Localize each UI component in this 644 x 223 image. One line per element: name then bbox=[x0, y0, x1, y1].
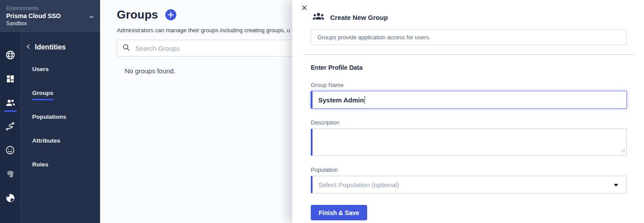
resize-handle-icon[interactable] bbox=[621, 147, 625, 155]
rail-item-dashboard[interactable] bbox=[0, 67, 21, 91]
section-title: Enter Profile Data bbox=[311, 64, 362, 71]
search-groups-input[interactable] bbox=[135, 45, 293, 52]
environment-type: Sandbox bbox=[6, 20, 94, 27]
group-name-label: Group Name bbox=[311, 82, 343, 88]
fingerprint-icon bbox=[5, 169, 15, 179]
rail-item-overview[interactable] bbox=[0, 43, 21, 67]
smiley-icon bbox=[5, 145, 15, 155]
nav-back-identities[interactable]: Identities bbox=[21, 43, 100, 51]
connections-icon bbox=[5, 121, 15, 132]
population-placeholder: Select Population (optional) bbox=[318, 181, 614, 189]
sidebar-item-label: Groups bbox=[32, 90, 53, 100]
group-name-input[interactable]: System Admin bbox=[311, 91, 627, 109]
info-text: Groups provide application access for us… bbox=[317, 34, 431, 41]
panel-header: Create New Group bbox=[312, 10, 388, 25]
group-name-value: System Admin bbox=[318, 96, 364, 104]
sidebar-item-users[interactable]: Users bbox=[21, 59, 100, 83]
create-group-panel: Create New Group Groups provide applicat… bbox=[292, 0, 644, 223]
environment-name: Prisma Cloud SSO bbox=[6, 12, 94, 20]
finish-save-button[interactable]: Finish & Save bbox=[311, 205, 367, 220]
dashboard-icon bbox=[6, 74, 15, 83]
sidebar: Environments Prisma Cloud SSO Sandbox bbox=[0, 0, 100, 223]
divider bbox=[303, 54, 633, 55]
description-label: Description bbox=[311, 119, 339, 126]
sidebar-item-populations[interactable]: Populations bbox=[21, 107, 100, 131]
sidebar-item-label: Populations bbox=[32, 113, 66, 124]
plus-icon bbox=[165, 15, 176, 22]
sidebar-item-label: Attributes bbox=[32, 137, 60, 148]
nav-title: Identities bbox=[35, 43, 66, 51]
page-title: Groups bbox=[117, 8, 158, 22]
icon-rail bbox=[0, 32, 21, 223]
add-group-button[interactable] bbox=[165, 9, 176, 20]
identities-nav-panel: Identities Users Groups Populations Attr… bbox=[21, 32, 100, 223]
info-box: Groups provide application access for us… bbox=[311, 29, 627, 45]
sidebar-item-attributes[interactable]: Attributes bbox=[21, 131, 100, 155]
panel-title: Create New Group bbox=[330, 14, 388, 21]
rail-item-threat-protection[interactable] bbox=[0, 162, 21, 186]
population-select[interactable]: Select Population (optional) bbox=[311, 176, 627, 193]
search-groups-box bbox=[117, 40, 298, 57]
sidebar-item-groups[interactable]: Groups bbox=[21, 83, 100, 107]
text-cursor bbox=[365, 96, 365, 104]
environment-switcher[interactable]: Environments Prisma Cloud SSO Sandbox bbox=[0, 0, 100, 32]
rail-item-experiences[interactable] bbox=[0, 138, 21, 162]
globe-icon bbox=[5, 49, 16, 60]
population-label: Population bbox=[311, 166, 338, 173]
earth-icon bbox=[5, 193, 16, 204]
group-icon bbox=[312, 10, 325, 25]
rail-item-connections[interactable] bbox=[0, 114, 21, 138]
environments-label: Environments bbox=[6, 5, 94, 12]
search-icon bbox=[122, 43, 130, 53]
sidebar-item-label: Users bbox=[32, 66, 49, 76]
rail-item-identities[interactable] bbox=[0, 91, 21, 114]
sidebar-item-roles[interactable]: Roles bbox=[21, 155, 100, 178]
people-icon bbox=[5, 97, 16, 108]
rail-item-integrations[interactable] bbox=[0, 186, 21, 210]
description-textarea[interactable] bbox=[311, 129, 627, 156]
chevron-down-icon[interactable] bbox=[88, 14, 95, 20]
caret-down-icon bbox=[614, 181, 618, 189]
sidebar-item-label: Roles bbox=[32, 161, 48, 172]
close-icon bbox=[301, 6, 308, 12]
chevron-left-icon bbox=[26, 43, 31, 51]
close-panel-button[interactable] bbox=[301, 4, 308, 11]
